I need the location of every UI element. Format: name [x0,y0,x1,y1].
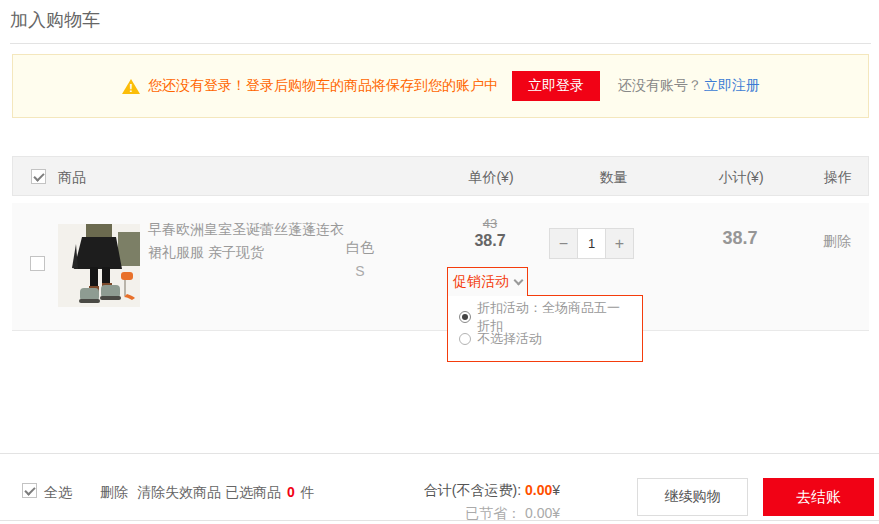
product-variant: 白色 S [325,239,395,279]
register-now-link[interactable]: 立即注册 [704,77,760,95]
quantity-stepper: − + [549,228,634,259]
plus-icon[interactable]: + [606,228,634,259]
select-all-label[interactable]: 全选 [44,484,72,502]
total-value: 0.00 [525,482,552,498]
column-header-unit-price: 单价(¥) [431,169,551,187]
clear-invalid-link[interactable]: 清除失效商品 [137,484,221,502]
checkout-button[interactable]: 去结账 [763,478,874,516]
footer-delete-link[interactable]: 删除 [100,484,128,502]
delete-item-link[interactable]: 删除 [787,233,879,251]
cart-item-row: 早春欧洲皇室圣诞蕾丝蓬蓬连衣裙礼服服 亲子现货 白色 S 43 38.7 − +… [12,203,869,331]
login-warning-banner: ! 您还没有登录！登录后购物车的商品将保存到您的账户中 立即登录 还没有账号？ … [12,54,869,118]
column-header-product: 商品 [58,169,86,187]
cart-page: 加入购物车 ! 您还没有登录！登录后购物车的商品将保存到您的账户中 立即登录 还… [0,0,879,524]
saved-value: 0.00¥ [525,505,560,521]
title-divider [10,43,871,44]
login-warning-message: 您还没有登录！登录后购物车的商品将保存到您的账户中 [148,77,498,95]
warning-triangle-icon: ! [121,78,141,95]
current-price: 38.7 [430,232,550,250]
saved-label: 已节省： [465,505,525,521]
footer-select-all-checkbox[interactable] [22,483,37,498]
svg-text:!: ! [129,82,133,94]
continue-shopping-button[interactable]: 继续购物 [637,478,748,516]
promotion-dropdown-toggle[interactable]: 促销活动 [447,267,528,296]
product-image[interactable] [58,224,140,307]
selected-suffix: 件 [301,484,315,500]
total-label: 合计(不含运费): [424,482,525,498]
radio-unselected-icon[interactable] [459,333,471,345]
column-header-subtotal: 小计(¥) [681,169,801,187]
login-now-button[interactable]: 立即登录 [512,71,600,101]
radio-selected-icon[interactable] [459,311,471,323]
promotion-label: 促销活动 [453,273,509,291]
saved-line: 已节省： 0.00¥ [320,505,560,523]
currency-symbol: ¥ [552,482,560,498]
no-account-text: 还没有账号？ [618,77,702,95]
totals-block: 合计(不含运费): 0.00¥ 已节省： 0.00¥ [320,482,560,523]
subtotal-value: 38.7 [680,228,800,249]
column-header-quantity: 数量 [556,169,671,187]
header-select-all-checkbox[interactable] [31,169,46,184]
promotion-option-label: 不选择活动 [477,330,542,348]
product-color: 白色 [325,239,395,257]
original-price: 43 [430,216,550,231]
product-size: S [325,263,395,279]
page-title: 加入购物车 [10,8,100,32]
total-line: 合计(不含运费): 0.00¥ [320,482,560,500]
unit-price-cell: 43 38.7 [430,216,550,250]
cart-table-header: 商品 单价(¥) 数量 小计(¥) 操作 [12,156,869,196]
promotion-dropdown-panel: 折扣活动：全场商品五一折扣 不选择活动 [447,295,643,362]
cart-footer-bar: 全选 删除 清除失效商品 已选商品 0 件 合计(不含运费): 0.00¥ 已节… [0,453,879,521]
selected-prefix: 已选商品 [225,484,281,500]
minus-icon[interactable]: − [549,228,577,259]
selected-count-badge: 0 [285,484,297,500]
selected-count-text: 已选商品 0 件 [225,484,315,502]
chevron-down-icon [514,275,524,285]
item-select-checkbox[interactable] [30,256,45,271]
promotion-option-discount[interactable]: 折扣活动：全场商品五一折扣 [459,306,631,328]
column-header-action: 操作 [788,169,879,187]
quantity-input[interactable] [577,228,606,259]
